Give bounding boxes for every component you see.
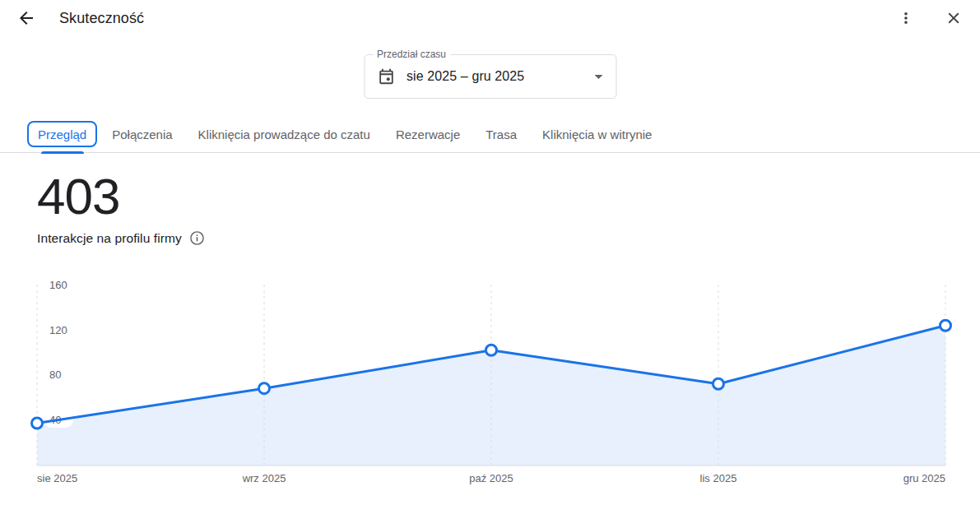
tab-label: Kliknięcia w witrynie bbox=[542, 127, 652, 141]
metric-total-value: 403 bbox=[37, 169, 119, 224]
interactions-chart: 4080120160sie 2025wrz 2025paź 2025lis 20… bbox=[0, 278, 980, 494]
x-tick-label: paź 2025 bbox=[469, 472, 513, 484]
date-range-label: Przedział czasu bbox=[373, 49, 450, 60]
tab-label: Przegląd bbox=[38, 127, 86, 141]
tab-polaczenia[interactable]: Połączenia bbox=[112, 117, 172, 153]
active-tab-underline bbox=[41, 151, 84, 154]
metric-label: Interakcje na profilu firmy bbox=[37, 231, 182, 246]
y-tick-label: 120 bbox=[49, 324, 67, 336]
header: Skuteczność bbox=[0, 0, 980, 36]
tab-trasa[interactable]: Trasa bbox=[485, 117, 517, 153]
close-icon bbox=[945, 9, 963, 27]
data-point[interactable] bbox=[941, 320, 951, 331]
arrow-left-icon bbox=[16, 8, 36, 28]
data-point[interactable] bbox=[32, 418, 43, 429]
metric-label-row: Interakcje na profilu firmy bbox=[37, 230, 205, 246]
tab-label: Połączenia bbox=[112, 127, 172, 141]
close-button[interactable] bbox=[939, 3, 968, 33]
chevron-down-icon bbox=[594, 75, 602, 79]
y-tick-label: 80 bbox=[49, 368, 61, 381]
x-tick-label: gru 2025 bbox=[903, 472, 945, 484]
x-tick-label: sie 2025 bbox=[37, 472, 77, 484]
x-tick-label: lis 2025 bbox=[700, 472, 737, 484]
tab-label: Rezerwacje bbox=[396, 127, 460, 141]
tab-bar: Przegląd Połączenia Kliknięcia prowadząc… bbox=[0, 117, 980, 153]
tab-label: Kliknięcia prowadzące do czatu bbox=[198, 127, 370, 141]
overflow-menu-button[interactable] bbox=[891, 3, 921, 33]
tab-rezerwacje[interactable]: Rezerwacje bbox=[396, 117, 460, 153]
tab-klikniecia-czat[interactable]: Kliknięcia prowadzące do czatu bbox=[198, 117, 370, 153]
data-point[interactable] bbox=[259, 383, 270, 394]
tab-przeglad[interactable]: Przegląd bbox=[38, 117, 86, 153]
date-range-selector[interactable]: Przedział czasu sie 2025 – gru 2025 bbox=[364, 54, 616, 99]
info-icon[interactable] bbox=[189, 230, 205, 246]
page-title: Skuteczność bbox=[59, 10, 144, 27]
y-tick-label: 160 bbox=[49, 279, 67, 291]
kebab-menu-icon bbox=[896, 8, 916, 28]
interactions-area-chart: 4080120160sie 2025wrz 2025paź 2025lis 20… bbox=[0, 278, 980, 494]
date-range-value: sie 2025 – gru 2025 bbox=[406, 69, 594, 84]
data-point[interactable] bbox=[713, 378, 724, 389]
tab-klikniecia-witryna[interactable]: Kliknięcia w witrynie bbox=[542, 117, 652, 153]
data-point[interactable] bbox=[486, 345, 497, 355]
x-tick-label: wrz 2025 bbox=[242, 472, 286, 484]
back-button[interactable] bbox=[12, 3, 41, 33]
tab-label: Trasa bbox=[485, 127, 517, 141]
calendar-icon bbox=[377, 67, 395, 86]
